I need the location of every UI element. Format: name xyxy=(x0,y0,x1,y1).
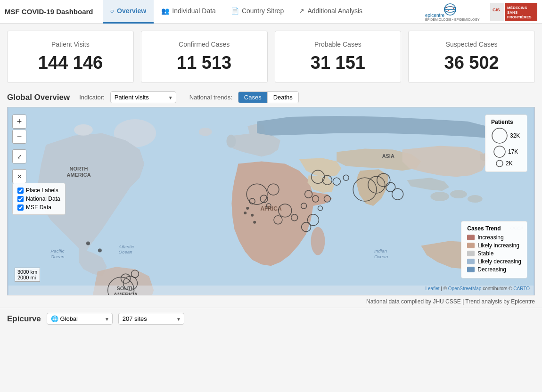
patients-legend-circles: 32K 17K 2K xyxy=(491,127,521,168)
indicator-select[interactable]: Patient visits Confirmed Cases Probable … xyxy=(110,91,176,103)
svg-text:Pacific: Pacific xyxy=(50,248,64,253)
place-labels-text: Place Labels xyxy=(26,187,58,194)
stat-probable-cases: Probable Cases 31 151 xyxy=(275,31,402,83)
msf-data-checkbox-label[interactable]: MSF Data xyxy=(17,204,60,211)
zoom-out-button[interactable]: − xyxy=(12,130,26,144)
suspected-cases-value: 36 502 xyxy=(418,53,525,73)
svg-text:Ocean: Ocean xyxy=(50,254,65,259)
carto-link[interactable]: CARTO xyxy=(513,286,530,291)
legend-2k-label: 2K xyxy=(506,160,513,167)
tab-individual-data[interactable]: 👥 Individual Data xyxy=(154,0,223,24)
svg-text:Indian: Indian xyxy=(374,248,387,253)
svg-point-68 xyxy=(244,212,246,214)
confirmed-cases-label: Confirmed Cases xyxy=(151,41,258,48)
likely-decreasing-label: Likely decreasing xyxy=(477,258,521,265)
indicator-label: Indicator: xyxy=(79,94,104,101)
navbar: MSF COVID-19 Dashboard ○ Overview 👥 Indi… xyxy=(0,0,542,24)
svg-point-70 xyxy=(253,221,256,224)
national-data-checkbox-label[interactable]: National Data xyxy=(17,196,60,202)
stable-swatch xyxy=(467,251,475,256)
legend-32k-label: 32K xyxy=(510,132,520,139)
sites-select[interactable]: 207 sites xyxy=(118,313,184,325)
stat-suspected-cases: Suspected Cases 36 502 xyxy=(408,31,535,83)
tab-country-sitrep[interactable]: 📄 Country Sitrep xyxy=(223,0,291,24)
svg-text:SANS: SANS xyxy=(507,10,518,15)
svg-point-21 xyxy=(226,135,236,148)
trend-decreasing: Decreasing xyxy=(467,266,521,273)
cases-trend-legend: Cases Trend Increasing Likely increasing… xyxy=(461,221,527,278)
confirmed-cases-value: 11 513 xyxy=(151,53,258,73)
svg-point-20 xyxy=(468,195,483,203)
epicurve-title: Epicurve xyxy=(7,314,41,324)
svg-point-19 xyxy=(450,190,467,198)
svg-text:ASIA: ASIA xyxy=(382,153,394,159)
global-overview-title: Global Overview xyxy=(7,93,70,102)
svg-text:epicentre: epicentre xyxy=(425,13,445,18)
legend-row-2k: 2K xyxy=(491,159,513,168)
svg-text:NORTH: NORTH xyxy=(70,166,88,172)
trend-button-group: Cases Deaths xyxy=(238,91,299,103)
legend-17k-label: 17K xyxy=(508,148,518,155)
patient-visits-value: 144 146 xyxy=(17,53,124,73)
suspected-cases-label: Suspected Cases xyxy=(418,41,525,48)
global-overview-header: Global Overview Indicator: Patient visit… xyxy=(0,88,542,107)
probable-cases-label: Probable Cases xyxy=(285,41,392,48)
national-data-checkbox[interactable] xyxy=(17,196,24,202)
world-map-svg: NORTH AMERICA SOUTH AMERICA AFRICA ASIA … xyxy=(8,107,534,295)
svg-text:Ocean: Ocean xyxy=(374,254,388,259)
place-labels-checkbox[interactable] xyxy=(17,188,24,194)
svg-point-69 xyxy=(251,214,254,217)
individual-data-icon: 👥 xyxy=(161,7,169,15)
legend-row-17k: 17K xyxy=(491,145,518,158)
msf-logo: GIS MÉDECINS SANS FRONTIÈRES xyxy=(490,3,537,21)
cases-trend-title: Cases Trend xyxy=(467,225,521,232)
svg-point-6 xyxy=(448,10,449,11)
map-controls: + − ⤢ ✕ xyxy=(12,114,26,183)
trend-likely-increasing: Likely increasing xyxy=(467,242,521,249)
trend-increasing: Increasing xyxy=(467,234,521,241)
tab-additional-analysis[interactable]: ↗ Additional Analysis xyxy=(291,0,370,24)
patients-legend-title: Patients xyxy=(491,119,521,125)
svg-point-23 xyxy=(74,124,93,136)
tab-overview[interactable]: ○ Overview xyxy=(103,0,154,24)
overview-icon: ○ xyxy=(110,7,114,15)
openstreetmap-link[interactable]: OpenStreetMap xyxy=(448,286,482,291)
map-container[interactable]: NORTH AMERICA SOUTH AMERICA AFRICA ASIA … xyxy=(7,107,535,295)
msf-data-text: MSF Data xyxy=(26,204,51,211)
zoom-in-button[interactable]: + xyxy=(12,114,26,129)
reset-button[interactable]: ✕ xyxy=(12,169,26,183)
likely-decreasing-swatch xyxy=(467,259,475,264)
location-select-wrapper[interactable]: 🌐 Global xyxy=(47,313,113,325)
leaflet-link[interactable]: Leaflet xyxy=(425,286,439,291)
map-layers-panel: Place Labels National Data MSF Data xyxy=(12,183,66,215)
trend-cases-button[interactable]: Cases xyxy=(238,92,268,103)
place-labels-checkbox-label[interactable]: Place Labels xyxy=(17,187,60,194)
stat-patient-visits: Patient Visits 144 146 xyxy=(7,31,134,83)
msf-data-checkbox[interactable] xyxy=(17,204,24,211)
svg-point-18 xyxy=(430,192,449,201)
svg-text:MÉDECINS: MÉDECINS xyxy=(507,6,527,10)
probable-cases-value: 31 151 xyxy=(285,53,392,73)
scale-mi: 2000 mi xyxy=(17,275,37,280)
trend-stable: Stable xyxy=(467,250,521,257)
svg-point-73 xyxy=(492,128,507,143)
svg-point-22 xyxy=(199,128,212,136)
svg-text:Ocean: Ocean xyxy=(119,249,133,254)
fullscreen-button[interactable]: ⤢ xyxy=(12,149,26,163)
additional-analysis-icon: ↗ xyxy=(299,7,304,15)
logos: epicentre ÉPIDÉMIOLOGIE • EPIDEMIOLOGY G… xyxy=(424,3,537,21)
stats-row: Patient Visits 144 146 Confirmed Cases 1… xyxy=(0,24,542,88)
trend-deaths-button[interactable]: Deaths xyxy=(268,92,298,103)
location-select[interactable]: 🌐 Global xyxy=(47,313,113,325)
national-trends-label: National trends: xyxy=(189,94,232,101)
sites-select-wrapper[interactable]: 207 sites xyxy=(118,313,184,325)
map-attribution: Leaflet | © OpenStreetMap contributors ©… xyxy=(425,286,530,291)
app-title: MSF COVID-19 Dashboard xyxy=(5,8,93,16)
svg-text:AMERICA: AMERICA xyxy=(67,172,91,178)
patient-visits-label: Patient Visits xyxy=(17,41,124,48)
map-scale: 3000 km 2000 mi xyxy=(15,268,40,282)
indicator-select-wrapper[interactable]: Patient visits Confirmed Cases Probable … xyxy=(110,91,176,103)
svg-point-71 xyxy=(98,248,102,252)
stat-confirmed-cases: Confirmed Cases 11 513 xyxy=(141,31,268,83)
stable-label: Stable xyxy=(477,250,493,257)
